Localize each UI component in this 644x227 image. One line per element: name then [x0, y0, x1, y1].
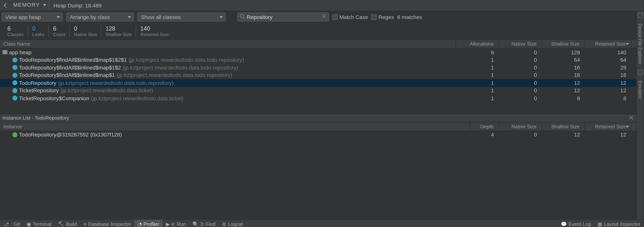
class-name-label: TodoRepository$findAll$$inlined$map$1$2: [19, 65, 121, 71]
cell-shallow: 16: [542, 65, 585, 71]
match-case-checkbox[interactable]: Match Case: [332, 14, 368, 20]
class-filter-input[interactable]: [237, 12, 329, 22]
col-native-size[interactable]: Native Size: [499, 40, 542, 48]
regex-checkbox[interactable]: Regex: [371, 14, 394, 20]
stat-native: 0Native Size: [70, 25, 102, 37]
cell-native: 0: [499, 80, 542, 86]
chevron-down-icon: [220, 16, 223, 18]
package-label: (jp.kztproject.rewardedtodo.data.ticket): [60, 88, 153, 94]
col-retained-size[interactable]: Retained Size: [585, 40, 631, 48]
cell-shallow: 16: [542, 72, 585, 78]
class-icon: [12, 96, 17, 101]
hammer-icon: 🔨: [58, 221, 64, 227]
folder-icon: [2, 50, 8, 54]
emulator-icon: [638, 70, 643, 75]
class-name-label: app heap: [9, 49, 32, 55]
cell-retained: 12: [585, 88, 631, 94]
memory-dropdown[interactable]: MEMORY: [11, 1, 49, 10]
checkbox-icon: [371, 14, 376, 20]
view-heap-dropdown[interactable]: View app heap: [2, 12, 63, 22]
match-count-label: 6 matches: [397, 14, 422, 20]
class-name-label: TodoRepository$findAll$$inlined$map$1: [19, 72, 115, 78]
class-icon: [12, 65, 17, 70]
cell-native: 0: [499, 49, 542, 55]
svg-point-0: [240, 15, 244, 18]
svg-line-1: [243, 18, 245, 19]
col-inst-native[interactable]: Native Size: [499, 122, 542, 131]
instance-name-label: TodoRepository@319287592 (0x1307f128): [19, 132, 122, 138]
class-icon: [12, 73, 17, 78]
tool-layout-inspector[interactable]: ▦Layout Inspector: [594, 220, 644, 227]
sort-desc-icon: [626, 126, 629, 128]
col-instance[interactable]: Instance: [0, 122, 470, 131]
close-instance-list-icon[interactable]: [629, 115, 634, 120]
chevron-down-icon: [57, 16, 60, 18]
heap-dump-title: Heap Dump: 18.489: [54, 2, 102, 9]
search-icon: 🔍: [192, 221, 199, 227]
col-shallow-size[interactable]: Shallow Size: [542, 40, 585, 48]
col-allocations[interactable]: Allocations: [456, 40, 499, 48]
cell-alloc: 1: [456, 88, 499, 94]
cell-inst-retained: 12: [585, 132, 631, 138]
cell-alloc: 6: [456, 49, 499, 55]
terminal-icon: ▣: [26, 221, 31, 227]
emulator-tab[interactable]: Emulator: [638, 79, 643, 101]
class-row[interactable]: TicketRepository (jp.kztproject.rewarded…: [0, 87, 636, 94]
class-name-label: TicketRepository$Companion: [19, 95, 89, 101]
tool-build[interactable]: 🔨Build: [55, 220, 80, 227]
package-label: (jp.kztproject.rewardedtodo.data.todo.re…: [117, 72, 232, 78]
git-icon: ⎇: [3, 221, 9, 227]
cell-native: 0: [499, 95, 542, 101]
stat-classes: 6Classes: [3, 25, 28, 37]
stat-shallow: 128Shallow Size: [102, 25, 136, 37]
tool-profiler[interactable]: ◔Profiler: [134, 220, 162, 227]
stat-count: 6Count: [49, 25, 70, 37]
tool-git[interactable]: ⎇: Git: [0, 220, 23, 227]
tool-event-log[interactable]: 💬Event Log: [557, 220, 594, 227]
tool-db-inspector[interactable]: ≡Database Inspector: [80, 220, 134, 227]
cell-native: 0: [499, 88, 542, 94]
cell-retained: 8: [585, 95, 631, 101]
cell-native: 0: [499, 57, 542, 63]
class-row[interactable]: TodoRepository$findAll$$inlined$map$1$2 …: [0, 64, 636, 71]
class-name-label: TodoRepository: [19, 80, 56, 86]
clear-search-icon[interactable]: [322, 14, 326, 19]
speech-icon: 💬: [561, 221, 567, 227]
col-depth[interactable]: Depth: [470, 122, 499, 131]
col-inst-retained[interactable]: Retained Size: [585, 122, 631, 131]
class-row[interactable]: TodoRepository (jp.kztproject.rewardedto…: [0, 79, 636, 87]
search-icon: [240, 14, 245, 19]
class-icon: [12, 80, 17, 85]
memory-dropdown-label: MEMORY: [13, 2, 40, 8]
chevron-down-icon: [128, 16, 131, 18]
show-classes-dropdown[interactable]: Show all classes: [137, 12, 226, 22]
tool-terminal[interactable]: ▣Terminal: [23, 220, 54, 227]
cell-retained: 64: [585, 57, 631, 63]
col-inst-shallow[interactable]: Shallow Size: [542, 122, 585, 131]
cell-shallow: 8: [542, 95, 585, 101]
back-button[interactable]: [2, 3, 9, 8]
class-row[interactable]: TodoRepository$findAll$$inlined$map$1 (j…: [0, 71, 636, 79]
cell-inst-native: 0: [499, 132, 542, 138]
class-row[interactable]: TicketRepository$Companion (jp.kztprojec…: [0, 94, 636, 102]
device-file-explorer-tab[interactable]: Device File Explorer: [638, 22, 643, 66]
tool-run[interactable]: ▶4: Run: [162, 220, 189, 227]
cell-native: 0: [499, 65, 542, 71]
sort-desc-icon: [626, 43, 629, 45]
cell-retained: 140: [585, 49, 631, 55]
stat-leaks[interactable]: 0Leaks: [28, 25, 49, 37]
class-icon: [12, 88, 17, 93]
col-class-name[interactable]: Class Name: [0, 40, 456, 48]
class-row[interactable]: app heap60128140: [0, 48, 636, 56]
stat-retained: 140Retained Size: [136, 25, 173, 37]
package-label: (jp.kztproject.rewardedtodo.data.todo.re…: [58, 80, 174, 86]
tool-find[interactable]: 🔍3: Find: [189, 220, 219, 227]
arrange-dropdown[interactable]: Arrange by class: [66, 12, 134, 22]
instance-icon: [12, 132, 17, 137]
cell-alloc: 1: [456, 72, 499, 78]
tool-logcat[interactable]: ≣Logcat: [219, 220, 246, 227]
cell-alloc: 1: [456, 95, 499, 101]
cell-alloc: 1: [456, 65, 499, 71]
instance-row[interactable]: TodoRepository@319287592 (0x1307f128)401…: [0, 131, 636, 139]
class-row[interactable]: TodoRepository$findAll$$inlined$map$1$2$…: [0, 56, 636, 64]
